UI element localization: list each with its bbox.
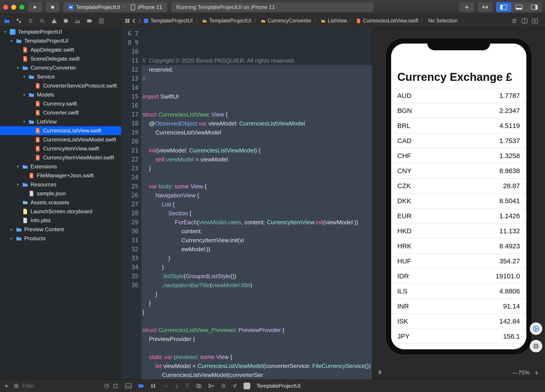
test-navigator-tab[interactable] xyxy=(63,18,68,24)
preview-list-row[interactable]: DKK8.5041 xyxy=(391,193,526,208)
environment-overrides-icon[interactable] xyxy=(221,383,226,389)
tree-file[interactable]: Info.plist xyxy=(0,216,121,225)
add-target-icon[interactable]: ＋ xyxy=(3,381,10,390)
preview-list-row[interactable]: ILS4.8806 xyxy=(391,284,526,299)
jump-bar[interactable]: TemplateProjectUI〉 TemplateProjectUI〉 Cu… xyxy=(121,14,545,27)
tree-group[interactable]: ▾Resources xyxy=(0,180,121,189)
go-forward-button[interactable] xyxy=(138,18,142,23)
minimap-toggle-icon[interactable] xyxy=(512,18,517,23)
tree-file[interactable]: SceneDelegate.swift xyxy=(0,54,121,63)
step-over-icon[interactable] xyxy=(162,383,168,388)
device-screen[interactable]: Currency Exchange £ AUD1.7787BGN2.2347BR… xyxy=(391,43,526,349)
close-window-button[interactable] xyxy=(3,5,8,10)
preview-list-row[interactable]: BGN2.2347 xyxy=(391,103,526,118)
preview-list-row[interactable]: HRK8.4923 xyxy=(391,239,526,253)
preview-canvas[interactable]: Currency Exchange £ AUD1.7787BGN2.2347BR… xyxy=(372,27,545,366)
tree-group[interactable]: ▾CurrencyConverter xyxy=(0,63,121,72)
recent-files-icon[interactable] xyxy=(104,383,109,389)
tree-group[interactable]: ▾Models xyxy=(0,90,121,99)
source-control-navigator-tab[interactable] xyxy=(16,18,22,24)
jumpbar-folder-1[interactable]: TemplateProjectUI xyxy=(209,18,251,24)
preview-list-row[interactable]: HUF354.27 xyxy=(391,253,526,269)
tree-group[interactable]: ▾Extensions xyxy=(0,162,121,171)
disclosure-triangle-icon[interactable]: ▾ xyxy=(22,92,26,97)
disclosure-triangle-icon[interactable]: ▾ xyxy=(3,29,7,34)
tree-file[interactable]: CurrenciesListViewModel.swift xyxy=(0,135,121,144)
preview-list-row[interactable]: CNY8.9638 xyxy=(391,163,526,178)
tree-file[interactable]: CurrencyItemView.swift xyxy=(0,144,121,153)
preview-list-row[interactable]: EUR1.1426 xyxy=(391,208,526,223)
preview-inspect-button[interactable] xyxy=(530,340,542,352)
tree-file[interactable]: CurrencyItemViewModel.swift xyxy=(0,153,121,162)
add-tab-button[interactable] xyxy=(459,2,474,12)
tree-group[interactable]: ▾Service xyxy=(0,72,121,81)
disclosure-triangle-icon[interactable]: ▸ xyxy=(9,227,13,232)
tree-file[interactable]: Assets.xcassets xyxy=(0,198,121,207)
disclosure-triangle-icon[interactable]: ▾ xyxy=(16,182,20,187)
tree-file[interactable]: AppDelegate.swift xyxy=(0,45,121,54)
preview-list[interactable]: AUD1.7787BGN2.2347BRL4.5119CAD1.7537CHF1… xyxy=(391,88,526,344)
project-navigator[interactable]: ▾TemplateProjectUI▾TemplateProjectUIAppD… xyxy=(0,27,121,380)
stop-button[interactable] xyxy=(46,2,59,12)
jumpbar-file[interactable]: CurrenciesListView.swift xyxy=(363,18,419,24)
disclosure-triangle-icon[interactable]: ▾ xyxy=(22,119,26,124)
pin-preview-icon[interactable] xyxy=(377,370,383,375)
simulate-location-icon[interactable] xyxy=(232,383,237,388)
scheme-selector[interactable]: TemplateProjectUI 〉 iPhone 11 xyxy=(63,2,167,12)
find-navigator-tab[interactable] xyxy=(40,18,45,24)
symbol-navigator-tab[interactable] xyxy=(28,18,33,24)
toggle-inspectors-button[interactable] xyxy=(526,2,542,12)
tree-file[interactable]: Currency.swift xyxy=(0,99,121,108)
source-editor[interactable]: 6 7 8 9 10 11 12 13 14 15 16 17 18 19 20… xyxy=(121,27,372,380)
jumpbar-folder-2[interactable]: CurrencyConverter xyxy=(268,18,311,24)
jumpbar-project[interactable]: TemplateProjectUI xyxy=(150,18,193,24)
breakpoint-navigator-tab[interactable] xyxy=(87,19,93,23)
tree-group[interactable]: ▾ListView xyxy=(0,117,121,126)
tree-file[interactable]: LaunchScreen.storyboard xyxy=(0,207,121,216)
debug-memory-graph-icon[interactable] xyxy=(208,383,214,388)
add-editor-icon[interactable] xyxy=(532,18,538,23)
step-into-icon[interactable] xyxy=(174,383,179,389)
tree-group[interactable]: ▾TemplateProjectUI xyxy=(0,27,121,36)
preview-list-row[interactable]: BRL4.5119 xyxy=(391,118,526,133)
step-out-icon[interactable] xyxy=(185,383,190,389)
preview-list-row[interactable]: IDR19101.0 xyxy=(391,269,526,284)
preview-list-row[interactable]: CAD1.7537 xyxy=(391,133,526,148)
tree-file[interactable]: sample.json xyxy=(0,189,121,198)
issue-navigator-tab[interactable] xyxy=(51,18,57,24)
preview-list-row[interactable]: CHF1.3258 xyxy=(391,148,526,163)
related-items-icon[interactable] xyxy=(125,18,130,23)
tree-group[interactable]: ▸Preview Content xyxy=(0,225,121,234)
tree-group[interactable]: ▾TemplateProjectUI xyxy=(0,36,121,45)
minimize-window-button[interactable] xyxy=(11,5,16,10)
disclosure-triangle-icon[interactable]: ▾ xyxy=(16,164,20,169)
code-area[interactable]: // Copyright © 2020 Benoit PASQUIER. All… xyxy=(142,27,372,380)
disclosure-triangle-icon[interactable]: ▾ xyxy=(9,38,13,43)
tree-group[interactable]: ▸Products xyxy=(0,234,121,243)
tree-file[interactable]: ConverterServiceProtocol.swift xyxy=(0,81,121,90)
tree-file[interactable]: Converter.swift xyxy=(0,108,121,117)
scm-filter-icon[interactable] xyxy=(113,383,118,388)
go-back-button[interactable] xyxy=(132,18,136,23)
canvas-zoom-label[interactable]: —75% xyxy=(513,370,530,376)
preview-list-row[interactable]: CZK28.87 xyxy=(391,178,526,193)
disclosure-triangle-icon[interactable]: ▾ xyxy=(16,65,20,70)
adjust-editor-options-icon[interactable] xyxy=(522,18,527,23)
disclosure-triangle-icon[interactable]: ▾ xyxy=(22,74,26,79)
tree-file[interactable]: CurrenciesListView.swift xyxy=(0,126,121,135)
preview-list-row[interactable]: HKD11.132 xyxy=(391,223,526,239)
jumpbar-folder-3[interactable]: ListView xyxy=(328,18,347,24)
code-review-button[interactable] xyxy=(478,2,493,12)
live-preview-button[interactable] xyxy=(530,322,542,335)
report-navigator-tab[interactable] xyxy=(99,18,104,24)
pause-icon[interactable] xyxy=(151,383,155,388)
preview-list-row[interactable]: JPY156.1 xyxy=(391,329,526,344)
project-navigator-tab[interactable] xyxy=(4,18,10,23)
run-button[interactable] xyxy=(28,2,42,12)
zoom-window-button[interactable] xyxy=(19,5,24,10)
toggle-debug-area-button[interactable] xyxy=(511,2,526,12)
navigator-filter-input[interactable] xyxy=(22,383,100,389)
debug-view-hierarchy-icon[interactable] xyxy=(196,383,202,388)
filter-scope-icon[interactable] xyxy=(13,383,19,389)
preview-list-row[interactable]: INR91.14 xyxy=(391,299,526,314)
